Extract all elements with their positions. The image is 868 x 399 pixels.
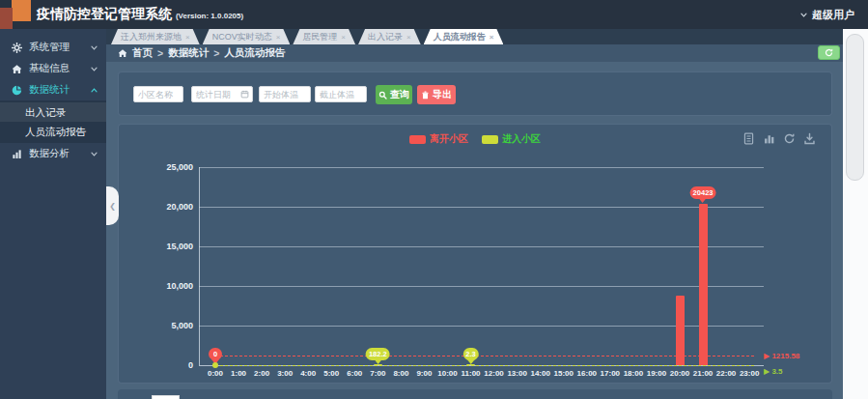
app-title: 疫情防控登记管理系统 (Version: 1.0.0205): [37, 6, 243, 23]
search-button[interactable]: 查询: [376, 85, 412, 104]
tab-label: 出入记录: [368, 32, 403, 42]
close-icon[interactable]: ×: [276, 33, 281, 42]
sidebar-item-2[interactable]: 数据统计: [0, 79, 106, 100]
sidebar-collapse-handle[interactable]: ❮: [106, 186, 119, 225]
tab-4[interactable]: 人员流动报告×: [424, 29, 504, 44]
close-icon[interactable]: ×: [341, 33, 346, 42]
breadcrumb-separator: >: [157, 47, 163, 59]
y-axis-label: 5,000: [149, 321, 193, 330]
home-icon: [12, 64, 22, 74]
tab-label: 人员流动报告: [434, 32, 486, 42]
breadcrumb-item-current: 人员流动报告: [224, 46, 285, 60]
average-line-label: ▶ 3.5: [764, 367, 783, 376]
y-axis-label: 15,000: [149, 242, 193, 251]
sidebar-item-label: 数据分析: [29, 147, 90, 160]
sidebar-item-label: 基础信息: [29, 62, 90, 75]
export-button-label: 导出: [433, 88, 452, 101]
breadcrumb-separator: >: [213, 47, 219, 59]
tab-label: 居民管理: [302, 32, 337, 42]
sidebar-submenu: 出入记录人员流动报告: [0, 100, 106, 143]
trash-icon: [421, 91, 430, 100]
next-panel-fragment: [118, 389, 832, 399]
pie-chart-icon: [12, 85, 22, 96]
sidebar-item-label: 数据统计: [29, 83, 90, 97]
export-button[interactable]: 导出: [417, 85, 456, 104]
community-name-input[interactable]: [133, 86, 183, 102]
chart-plot: 05,00010,00015,00020,00025,0000:001:002:…: [119, 125, 833, 385]
mark-point: 182.2: [366, 348, 390, 360]
y-axis-label: 25,000: [149, 162, 193, 172]
app-title-text: 疫情防控登记管理系统: [37, 6, 172, 21]
mark-point: 20423: [690, 186, 716, 199]
tab-strip: 迁入郑州来源地×NCOV实时动态×居民管理×出入记录×人员流动报告×: [106, 29, 843, 44]
close-icon[interactable]: ×: [185, 33, 190, 42]
scrollbar-track[interactable]: [843, 29, 868, 399]
gridline: [199, 246, 764, 247]
breadcrumb-bar: 首页 > 数据统计 > 人员流动报告: [106, 44, 843, 62]
stat-date-input[interactable]: [191, 86, 253, 102]
average-line: [215, 356, 754, 356]
chevron-up-icon: [90, 86, 98, 95]
tab-0[interactable]: 迁入郑州来源地×: [111, 29, 200, 44]
temp-from-input[interactable]: [259, 86, 311, 102]
tab-bar: 迁入郑州来源地×NCOV实时动态×居民管理×出入记录×人员流动报告×: [111, 29, 506, 44]
average-line-label: ▶ 1215.58: [764, 352, 799, 360]
bottom-partial-widget: [152, 395, 180, 399]
sidebar-subitem-1[interactable]: 人员流动报告: [0, 122, 106, 141]
average-line: [215, 365, 754, 366]
sidebar: 系统管理基础信息数据统计出入记录人员流动报告数据分析: [0, 29, 106, 399]
bar-leave: [699, 204, 708, 365]
gridline: [199, 207, 764, 208]
refresh-button[interactable]: [818, 45, 840, 60]
user-name: 超级用户: [812, 8, 854, 22]
sidebar-item-label: 系统管理: [29, 41, 90, 54]
chevron-down-icon: [90, 150, 98, 158]
sidebar-item-3[interactable]: 数据分析: [0, 143, 106, 164]
y-axis-label: 0: [149, 360, 193, 370]
sidebar-subitem-0[interactable]: 出入记录: [0, 102, 106, 122]
breadcrumb-home[interactable]: 首页: [132, 46, 153, 60]
y-axis: [199, 167, 200, 365]
search-icon: [378, 91, 387, 100]
close-icon[interactable]: ×: [490, 33, 494, 42]
y-axis-label: 20,000: [149, 202, 193, 212]
scrollbar-thumb[interactable]: [846, 34, 864, 181]
mark-point: 0: [209, 348, 222, 360]
tab-label: NCOV实时动态: [212, 32, 272, 42]
temp-to-input[interactable]: [315, 86, 367, 102]
app-version: (Version: 1.0.0205): [176, 12, 243, 20]
filter-panel: 查询 导出: [118, 71, 832, 116]
close-icon[interactable]: ×: [406, 33, 411, 42]
tab-2[interactable]: 居民管理×: [293, 29, 355, 44]
sidebar-item-0[interactable]: 系统管理: [0, 37, 106, 58]
chevron-down-icon: [90, 43, 98, 52]
sidebar-menu: 系统管理基础信息数据统计出入记录人员流动报告数据分析: [0, 29, 106, 164]
logo-square-red: [0, 8, 13, 29]
tab-1[interactable]: NCOV实时动态×: [203, 29, 291, 44]
logo-square-orange: [12, 0, 31, 21]
x-axis-label: 23:00: [734, 369, 765, 378]
user-menu[interactable]: 超级用户: [799, 8, 854, 22]
axis-origin-dot: [212, 362, 218, 368]
chevron-down-icon: [799, 11, 808, 19]
tab-label: 迁入郑州来源地: [121, 32, 182, 42]
breadcrumb: 首页 > 数据统计 > 人员流动报告: [118, 46, 285, 60]
app-window: 疫情防控登记管理系统 (Version: 1.0.0205) 超级用户 系统管理…: [0, 0, 868, 399]
chart-panel: 离开小区进入小区 05,00010,00015,00020,00025,0000…: [118, 124, 832, 384]
gridline: [199, 167, 764, 168]
home-icon: [118, 48, 127, 58]
bar-chart-icon: [12, 149, 22, 159]
gridline: [199, 286, 764, 287]
tab-3[interactable]: 出入记录×: [358, 29, 421, 44]
search-button-label: 查询: [390, 88, 409, 101]
chevron-down-icon: [90, 65, 98, 73]
y-axis-label: 10,000: [149, 281, 193, 291]
gear-icon: [12, 43, 22, 53]
app-header: 疫情防控登记管理系统 (Version: 1.0.0205) 超级用户: [0, 0, 868, 29]
sidebar-item-1[interactable]: 基础信息: [0, 58, 106, 79]
breadcrumb-item-stats[interactable]: 数据统计: [168, 46, 209, 60]
mark-point: 2.3: [462, 348, 478, 360]
refresh-icon: [825, 48, 833, 57]
